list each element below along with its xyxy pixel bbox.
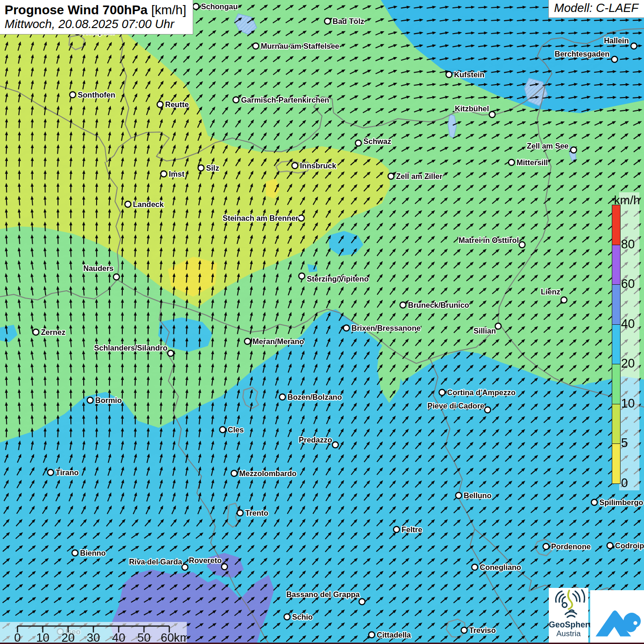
map-svg: Schongau Bad Tölz Kempten Murnau am Staf… <box>0 0 644 644</box>
svg-text:Codroipo: Codroipo <box>615 541 644 550</box>
svg-text:Bassano del Grappa: Bassano del Grappa <box>286 590 360 598</box>
city-marker: Schio <box>284 613 313 621</box>
city-marker: Cortina d'Ampezzo <box>439 388 516 397</box>
legend-band-80+ <box>612 205 621 245</box>
svg-text:50: 50 <box>138 631 151 644</box>
svg-text:Schio: Schio <box>292 613 313 621</box>
geosphere-logo-box: GeoSphere Austria <box>549 588 588 644</box>
svg-text:Hallein: Hallein <box>604 36 629 45</box>
svg-text:Trento: Trento <box>245 509 268 517</box>
svg-text:Sillian: Sillian <box>473 327 496 335</box>
title-box: Prognose Wind 700hPa [km/h] Mittwoch, 20… <box>0 0 193 34</box>
city-marker: Feltre <box>394 525 422 534</box>
legend-band-60-80 <box>612 245 621 285</box>
svg-text:20: 20 <box>62 631 75 644</box>
legend-band-5-10 <box>612 404 621 444</box>
svg-text:Steinach am Brenner: Steinach am Brenner <box>223 214 299 222</box>
svg-text:Spilimbergo: Spilimbergo <box>599 498 643 506</box>
legend-tick-20: 20 <box>621 356 643 371</box>
svg-text:Mittersill: Mittersill <box>517 158 548 167</box>
svg-text:Brixen/Bressanone: Brixen/Bressanone <box>351 324 420 332</box>
svg-text:Innsbruck: Innsbruck <box>300 161 337 170</box>
color-legend: km/h 806040201050 <box>608 192 644 492</box>
legend-tick-5: 5 <box>621 436 643 450</box>
mountain-cloud-icon <box>590 590 644 644</box>
svg-text:Kufstein: Kufstein <box>454 70 484 79</box>
city-marker: Garmisch-Partenkirchen <box>233 96 329 104</box>
weather-map-screen: Schongau Bad Tölz Kempten Murnau am Staf… <box>0 0 644 644</box>
geosphere-name: GeoSphere <box>549 621 588 629</box>
svg-text:Garmisch-Partenkirchen: Garmisch-Partenkirchen <box>241 96 329 104</box>
distance-scalebar: 0102030405060km <box>0 622 187 644</box>
svg-text:Bad Tölz: Bad Tölz <box>333 17 364 25</box>
svg-text:Tirano: Tirano <box>56 468 79 477</box>
svg-text:60km: 60km <box>161 631 187 644</box>
page-title: Prognose Wind 700hPa [km/h] <box>5 2 186 17</box>
city-marker: Trento <box>237 509 269 517</box>
svg-text:Zell am See: Zell am See <box>527 142 569 150</box>
city-marker: Imst <box>161 170 185 178</box>
svg-text:Cortina d'Ampezzo: Cortina d'Ampezzo <box>447 388 516 397</box>
svg-text:Lienz: Lienz <box>541 288 560 296</box>
svg-text:Belluno: Belluno <box>464 491 492 500</box>
svg-text:0: 0 <box>14 631 21 644</box>
svg-text:Pieve di Cadore: Pieve di Cadore <box>427 402 484 410</box>
city-marker: Reutte <box>157 100 189 109</box>
city-marker: Tirano <box>48 468 79 477</box>
svg-text:Predazzo: Predazzo <box>299 436 332 444</box>
legend-band-10-20 <box>612 364 621 404</box>
svg-text:Schlanders/Silandro: Schlanders/Silandro <box>94 344 167 352</box>
svg-text:40: 40 <box>112 631 126 644</box>
city-marker: Sterzing/Vipiteno <box>299 273 369 283</box>
forecast-datetime: Mittwoch, 20.08.2025 07:00 Uhr <box>5 17 186 31</box>
svg-text:Treviso: Treviso <box>469 626 496 634</box>
svg-text:Feltre: Feltre <box>402 525 422 534</box>
city-marker: Murnau am Staffelsee <box>253 42 339 50</box>
legend-tick-80: 80 <box>621 237 643 252</box>
svg-text:30: 30 <box>87 631 100 644</box>
svg-text:Bozen/Bolzano: Bozen/Bolzano <box>288 393 342 401</box>
svg-text:Sonthofen: Sonthofen <box>78 91 115 99</box>
svg-text:Berchtesgaden: Berchtesgaden <box>555 50 610 58</box>
svg-text:Cittadella: Cittadella <box>377 631 411 639</box>
city-marker: Meran/Merano <box>245 337 304 345</box>
city-marker: Mezzolombardo <box>231 469 297 477</box>
legend-band-40-60 <box>612 284 621 325</box>
svg-text:Imst: Imst <box>169 170 184 178</box>
svg-text:Rovereto: Rovereto <box>189 556 222 564</box>
city-marker: Steinach am Brenner <box>223 214 305 222</box>
geosphere-contour-icon <box>552 588 585 618</box>
legend-tick-60: 60 <box>621 277 643 291</box>
city-marker: Bozen/Bolzano <box>280 393 342 401</box>
city-marker: Zernez <box>33 328 66 336</box>
svg-text:Bienno: Bienno <box>80 549 106 557</box>
svg-text:Sterzing/Vipiteno: Sterzing/Vipiteno <box>307 275 368 283</box>
svg-text:Schongau: Schongau <box>201 2 238 11</box>
title-text: Prognose Wind 700hPa <box>5 3 148 17</box>
app-logo-box <box>590 590 644 644</box>
city-marker: Spilimbergo <box>592 498 644 506</box>
legend-tick-10: 10 <box>621 397 643 411</box>
svg-text:Schwaz: Schwaz <box>363 137 391 145</box>
svg-text:Mezzolombardo: Mezzolombardo <box>239 469 297 477</box>
svg-text:Pordenone: Pordenone <box>551 542 591 551</box>
svg-text:Zernez: Zernez <box>41 328 65 336</box>
city-marker: Silz <box>198 164 219 172</box>
legend-band-20-40 <box>612 324 621 365</box>
svg-text:Riva del Garda: Riva del Garda <box>129 558 182 566</box>
svg-text:Landeck: Landeck <box>133 200 164 208</box>
legend-band-0-5 <box>612 443 621 484</box>
scalebar-ruler: 0102030405060km <box>0 622 187 644</box>
svg-text:Silz: Silz <box>206 164 219 172</box>
svg-text:Kitzbühel: Kitzbühel <box>455 104 489 113</box>
legend-tick-40: 40 <box>621 317 643 331</box>
svg-text:Matrei in Osttirol: Matrei in Osttirol <box>459 236 519 244</box>
svg-text:Reutte: Reutte <box>165 100 189 109</box>
title-unit: [km/h] <box>151 3 186 17</box>
svg-text:Cles: Cles <box>228 426 244 434</box>
svg-text:Meran/Merano: Meran/Merano <box>253 337 304 345</box>
city-marker: Brixen/Bressanone <box>344 324 421 332</box>
city-marker: Bruneck/Brunico <box>400 301 469 309</box>
city-marker: Zell am Ziller <box>388 172 443 180</box>
city-marker: Cles <box>220 426 244 434</box>
